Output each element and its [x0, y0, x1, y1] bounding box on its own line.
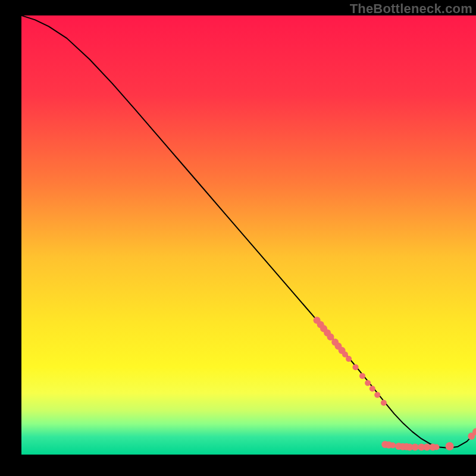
data-point [374, 392, 380, 398]
chart-svg [21, 15, 476, 455]
data-point [346, 356, 352, 362]
data-point [381, 400, 387, 406]
chart-plot-area [21, 15, 476, 455]
data-point [365, 380, 371, 386]
data-point [434, 444, 440, 450]
data-point [353, 364, 359, 370]
gradient-background [21, 15, 476, 455]
data-point [412, 443, 419, 450]
data-point [390, 443, 396, 449]
watermark-text: TheBottleneck.com [350, 1, 472, 17]
data-point [359, 373, 365, 379]
data-point [369, 386, 375, 392]
data-point [446, 442, 454, 450]
